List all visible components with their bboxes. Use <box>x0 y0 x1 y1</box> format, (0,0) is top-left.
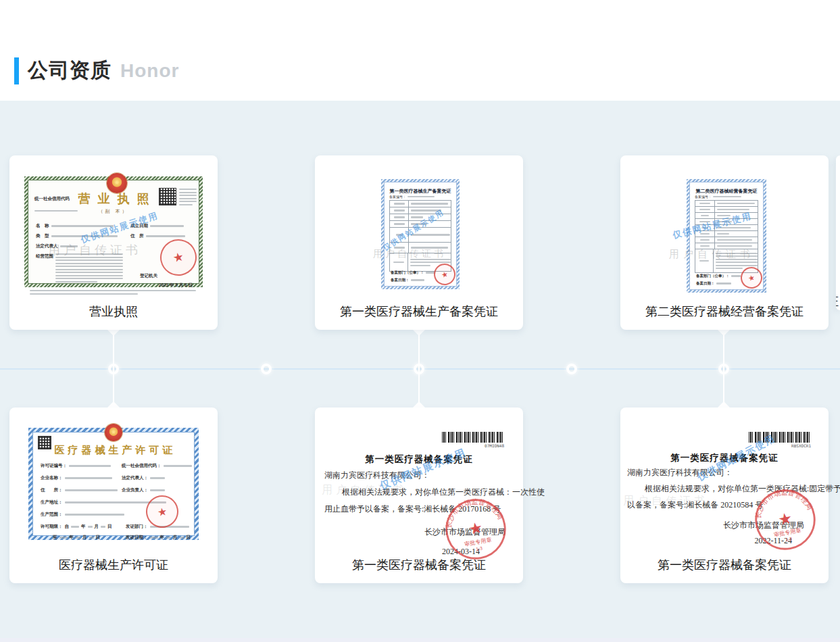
redacted-line <box>717 245 752 247</box>
timeline-dot <box>718 364 729 374</box>
permit-term-row: 许可期限： 自 年 月 日 <box>41 524 112 530</box>
timeline-dot <box>566 364 577 374</box>
card-class2-operation-record[interactable]: 第二类医疗器械经营备案凭证 备案编号： 备案部门（公章）： 备案日期： <box>620 155 829 330</box>
redacted-line <box>55 263 123 264</box>
field-label: 许可证编号： <box>41 463 67 469</box>
redacted-line <box>150 477 165 479</box>
date-label: 备案日期： <box>696 281 715 286</box>
card-caption: 第二类医疗器械经营备案凭证 <box>620 303 829 320</box>
record-title: 第二类医疗器械经营备案凭证 <box>690 188 763 195</box>
timeline-dot <box>261 364 272 374</box>
card-partial-next[interactable]: 证 <box>836 155 840 310</box>
redacted-line <box>407 196 435 198</box>
redacted-line <box>699 203 710 205</box>
redacted-line <box>716 268 743 269</box>
seal-star-icon: ★ <box>467 518 484 538</box>
redacted-line <box>411 279 424 281</box>
field-label: 至 <box>53 535 57 541</box>
record-date-row: 备案日期： <box>391 278 435 282</box>
card-class1-record-2022[interactable]: RBSXOCR1 第一类医疗器械备案凭证 湖南力宾医疗科技有限公司： 根据相关法… <box>620 408 829 583</box>
connector-arrow-up <box>107 401 120 408</box>
card-class1-record-2024[interactable]: 07MION48 第一类医疗器械备案凭证 湖南力宾医疗科技有限公司： 根据相关法… <box>315 408 523 583</box>
redacted-line <box>55 269 123 270</box>
redacted-line <box>88 526 93 528</box>
field-label: 生产范围： <box>41 512 63 518</box>
redacted-line <box>150 537 158 539</box>
field-label: 名 称 <box>36 223 49 229</box>
redacted-line <box>394 209 405 212</box>
card-production-permit[interactable]: ★ 医疗器械生产许可证 许可证编号： 统一社会信用代码： 企业名称： 法定代表人… <box>9 408 218 583</box>
redacted-line <box>69 465 111 467</box>
seal-star-icon: ★ <box>776 509 793 528</box>
field-label: 日 <box>107 524 112 530</box>
dept-label: 备案部门（公章）： <box>696 274 730 278</box>
table-label-cell <box>695 201 715 206</box>
table-row <box>390 201 451 207</box>
redacted-line <box>179 204 193 205</box>
field-label: 日 <box>187 535 191 541</box>
record-dept-row: 备案部门（公章）： <box>391 270 435 275</box>
timeline-dot <box>414 364 424 374</box>
redacted-line <box>55 260 123 261</box>
redacted-line <box>65 514 124 516</box>
record-footer: 备案部门（公章）： 备案日期： <box>391 270 435 282</box>
permit-field-row: 统一社会信用代码： <box>122 463 192 469</box>
redacted-line <box>164 465 192 467</box>
table-value-cell <box>715 231 758 237</box>
redacted-line <box>393 262 404 264</box>
field-label: 统一社会信用代码： <box>122 463 162 469</box>
license-subtitle: （副 本） <box>28 208 199 215</box>
redacted-line <box>411 234 450 236</box>
table-row <box>695 237 758 243</box>
table-label-cell <box>695 237 715 243</box>
barcode-code: 07MION48 <box>442 443 504 448</box>
gray-watermark: 用户自传证书 <box>48 242 141 258</box>
redacted-line <box>394 203 405 205</box>
card-class1-production-record[interactable]: 第一类医疗器械生产备案凭证 备案编号： 备案部门（公章）： 备案日期： ★ <box>315 155 523 330</box>
field-label: 企业负责人： <box>122 487 148 493</box>
permit-field-row: 企业负责人： <box>122 487 165 493</box>
redacted-line <box>394 216 405 218</box>
redacted-line <box>179 192 197 193</box>
card-caption: 第一类医疗器械备案凭证 <box>620 557 829 573</box>
license-field-row: 住 所 <box>130 233 185 239</box>
permit-certificate-image: ★ 医疗器械生产许可证 许可证编号： 统一社会信用代码： 企业名称： 法定代表人… <box>28 428 199 540</box>
field-label: 月 <box>173 535 178 541</box>
card-caption: 第一类医疗器械生产备案凭证 <box>315 303 523 320</box>
record-no-row: 备案编号： <box>695 195 741 199</box>
redacted-line <box>55 266 123 267</box>
redacted-line <box>76 537 80 539</box>
redacted-line <box>731 275 741 277</box>
card-business-license[interactable]: ★ 统一社会信用代码 营业执照 （副 本） 名 称 类 型 法定代表人 <box>9 155 218 330</box>
emblem-star-icon: ★ <box>114 179 120 186</box>
seal-star-icon: ★ <box>441 269 449 279</box>
card-caption: 医疗器械生产许可证 <box>9 557 218 573</box>
redacted-line <box>101 526 105 528</box>
seal-number: 1-3 <box>785 536 793 542</box>
redacted-line <box>179 201 197 202</box>
permit-term-row: 至 年 月 日 <box>53 535 100 541</box>
permit-field-row: 住 所： <box>41 487 118 493</box>
field-label: 住 所 <box>130 233 144 239</box>
record-no-label: 备案编号： <box>695 195 712 199</box>
redacted-line <box>699 209 710 211</box>
record-certificate-image: 第一类医疗器械生产备案凭证 备案编号： 备案部门（公章）： 备案日期： ★ <box>381 179 460 289</box>
dept-label: 备案部门（公章）： <box>391 270 424 275</box>
redacted-line <box>394 223 405 225</box>
field-label: 生产地址： <box>41 499 63 505</box>
redacted-line <box>700 239 710 241</box>
field-label: 许可期限： <box>41 524 63 530</box>
section-title: 公司资质 <box>28 57 112 84</box>
seal-number: 1-3 <box>476 545 483 551</box>
field-label: 年 <box>70 535 74 541</box>
field-label: 日 <box>96 535 101 541</box>
field-label: 发证日期： <box>126 535 148 541</box>
redacted-line <box>71 526 79 528</box>
redacted-line <box>716 282 731 285</box>
redacted-line <box>717 203 755 205</box>
redacted-line <box>411 216 423 218</box>
redacted-line <box>179 189 197 190</box>
record-no-label: 备案编号： <box>389 195 406 199</box>
barcode <box>442 432 504 443</box>
connector-arrow-up <box>718 401 730 408</box>
